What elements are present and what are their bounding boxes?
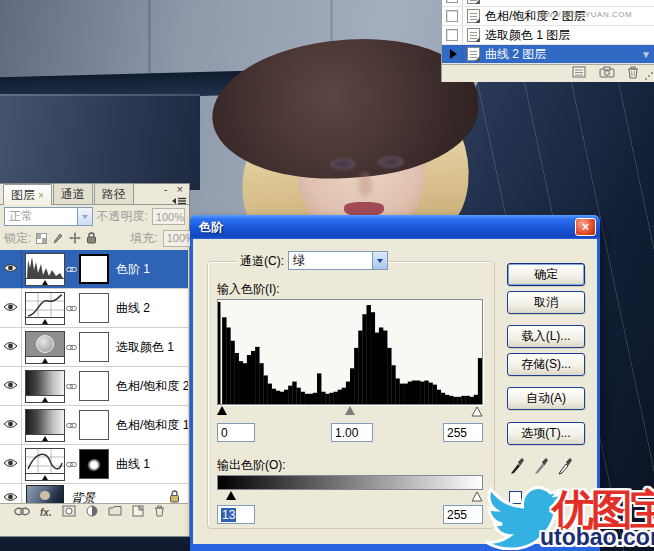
history-state-row[interactable]: 选取颜色 1 图层 [442,26,654,45]
visibility-eye-icon[interactable] [3,491,18,503]
history-state-icon [467,9,480,23]
output-gradient-bar [217,475,483,490]
visibility-eye-icon[interactable] [3,301,18,315]
load-button[interactable]: 载入(L)... [507,325,585,348]
tab-layers[interactable]: 图层× [3,184,52,205]
car-door-left [0,94,200,190]
layer-mask-link-icon [65,460,78,469]
panel-menu-icon[interactable] [171,195,187,207]
add-layer-mask-icon[interactable] [62,505,76,520]
layer-name[interactable]: 色阶 1 [109,261,188,278]
input-slider-track [217,406,483,418]
input-black-slider[interactable] [217,406,227,415]
chevron-down-icon [377,259,383,263]
history-source-checkbox[interactable] [446,0,458,3]
layer-mask-thumbnail[interactable] [79,293,109,323]
channel-value: 绿 [289,252,372,269]
options-button[interactable]: 选项(T)... [507,422,585,445]
visibility-eye-icon[interactable] [3,340,18,354]
visibility-eye-icon[interactable] [3,418,18,432]
layer-row-hue-saturation-1[interactable]: 色相/饱和度 1 [0,406,188,445]
save-button[interactable]: 存储(S)... [507,353,585,376]
layer-name[interactable]: 背景 [64,490,169,504]
history-source-checkbox[interactable] [446,29,458,41]
background-layer-thumbnail[interactable] [26,485,64,503]
tab-close-icon[interactable]: × [38,190,44,201]
history-panel: 色相/饱和度 2 图层 选取颜色 1 图层 曲线 2 图层 ▼ WWW.MISS… [441,0,654,82]
layer-mask-thumbnail[interactable] [79,332,109,362]
hue-saturation-thumbnail[interactable] [25,370,65,403]
delete-trash-icon[interactable] [627,66,639,82]
layer-name[interactable]: 曲线 1 [109,456,188,473]
current-state-pointer-icon [450,49,457,59]
panel-resize-grip[interactable] [644,71,654,81]
levels-adjustment-thumbnail[interactable] [25,253,65,286]
delete-layer-trash-icon[interactable] [154,505,165,520]
input-white-slider[interactable] [471,406,483,417]
layer-name[interactable]: 曲线 2 [109,300,188,317]
layer-row-selective-color-1[interactable]: 选取颜色 1 [0,328,188,367]
ok-button[interactable]: 确定 [507,263,585,286]
history-state-row-selected[interactable]: 曲线 2 图层 ▼ [442,45,654,64]
channel-label: 通道(C): [237,253,287,270]
output-black-slider[interactable] [226,491,236,500]
input-black-field[interactable]: 0 [217,423,255,442]
hue-saturation-thumbnail[interactable] [25,409,65,442]
tab-paths[interactable]: 路径 [94,183,134,204]
link-layers-icon[interactable] [14,505,30,519]
auto-button[interactable]: 自动(A) [507,387,585,410]
layer-mask-thumbnail[interactable] [79,254,109,284]
histogram-plot [218,300,482,404]
new-adjustment-layer-icon[interactable] [86,505,98,520]
layer-style-fx-icon[interactable]: fx. [40,507,52,518]
layer-name[interactable]: 选取颜色 1 [109,339,188,356]
history-source-checkbox[interactable] [446,10,458,22]
layer-mask-thumbnail[interactable] [79,371,109,401]
dialog-titlebar[interactable]: 色阶 × [190,215,600,239]
tab-channels[interactable]: 通道 [53,183,93,204]
curves-adjustment-thumbnail[interactable] [25,292,65,325]
cancel-button[interactable]: 取消 [507,291,585,314]
selective-color-thumbnail[interactable] [25,331,65,364]
opacity-field[interactable]: 100% [152,208,185,225]
layer-row-curves-1[interactable]: 曲线 1 [0,445,188,484]
layer-mask-thumbnail[interactable] [79,410,109,440]
lock-paint-brush-icon[interactable] [52,232,64,245]
layer-mask-link-icon [65,421,78,430]
channel-select[interactable]: 绿 [288,251,388,270]
layer-name[interactable]: 色相/饱和度 2 [109,378,188,395]
new-snapshot-camera-icon[interactable] [599,66,615,81]
input-gamma-slider[interactable] [345,406,355,415]
input-gamma-field[interactable]: 1.00 [331,423,373,442]
lock-transparency-icon[interactable] [36,232,47,245]
new-document-from-state-icon[interactable] [572,66,587,81]
new-layer-icon[interactable] [132,505,144,520]
black-point-eyedropper-icon[interactable] [507,455,527,477]
blend-mode-select[interactable]: 正常 [4,207,93,226]
history-state-row-partial[interactable] [442,0,654,7]
panel-window-buttons[interactable]: - × [164,183,186,195]
layer-mask-link-icon [65,265,78,274]
layer-row-hue-saturation-2[interactable]: 色相/饱和度 2 [0,367,188,406]
new-group-folder-icon[interactable] [108,505,122,519]
layer-row-levels-1[interactable]: 色阶 1 [0,250,188,289]
layer-name[interactable]: 色相/饱和度 1 [109,417,188,434]
visibility-eye-icon[interactable] [3,262,18,276]
visibility-eye-icon[interactable] [3,379,18,393]
history-state-icon [467,47,480,61]
gray-point-eyedropper-icon[interactable] [531,455,551,477]
output-black-field[interactable]: 13 [217,505,255,524]
lock-position-move-icon[interactable] [69,232,81,245]
close-icon[interactable]: × [575,218,596,236]
output-white-field[interactable]: 255 [443,505,483,524]
curves-adjustment-thumbnail[interactable] [25,448,65,481]
layer-row-curves-2[interactable]: 曲线 2 [0,289,188,328]
chevron-down-icon: ▼ [641,49,651,60]
lock-all-padlock-icon[interactable] [86,232,97,245]
input-white-field[interactable]: 255 [443,423,483,442]
visibility-eye-icon[interactable] [3,457,18,471]
blend-mode-row: 正常 不透明度: 100% [0,205,189,228]
layer-row-background[interactable]: 背景 [0,484,188,503]
white-point-eyedropper-icon[interactable] [555,455,575,477]
layer-mask-thumbnail-black[interactable] [79,449,109,479]
